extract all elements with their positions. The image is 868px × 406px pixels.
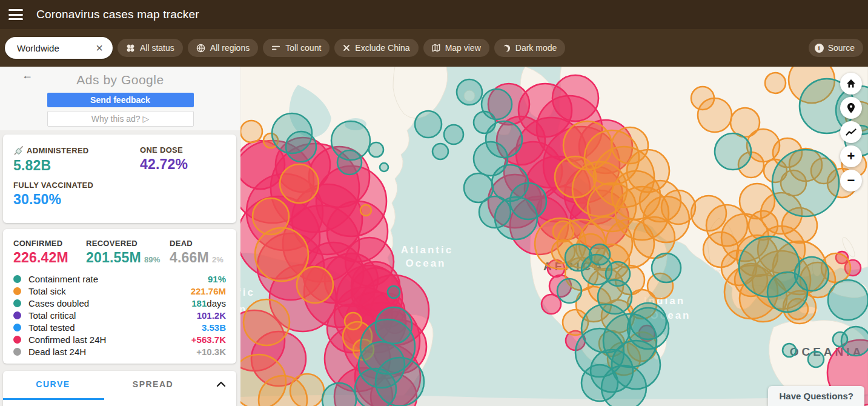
stats-row-label: Total critical	[28, 310, 76, 321]
stats-row: Confirmed last 24H+563.7K	[13, 333, 226, 345]
why-this-ad-button[interactable]: Why this ad? ▷	[47, 111, 194, 127]
orange-case-bubble[interactable]	[360, 205, 371, 216]
orange-case-bubble[interactable]	[555, 156, 596, 198]
chip-label: Dark mode	[515, 43, 557, 53]
orange-case-bubble[interactable]	[244, 299, 290, 345]
stats-row-value: +563.7K	[191, 334, 226, 345]
teal-case-bubble[interactable]	[841, 327, 868, 356]
clear-search-icon[interactable]: ×	[96, 42, 103, 54]
confirmed-label: CONFIRMED	[13, 239, 86, 248]
teal-case-bubble[interactable]	[628, 308, 669, 349]
tab-curve[interactable]: CURVE	[3, 379, 103, 389]
teal-case-bubble[interactable]	[783, 344, 796, 357]
pacific-ocean-label: Pacific	[240, 287, 255, 298]
pink-case-bubble[interactable]	[552, 75, 598, 121]
teal-case-bubble[interactable]	[376, 307, 412, 344]
teal-case-bubble[interactable]	[557, 279, 581, 303]
send-feedback-button[interactable]: Send feedback	[47, 93, 194, 107]
teal-case-bubble[interactable]	[652, 253, 681, 282]
teal-case-bubble[interactable]	[432, 144, 448, 159]
chip-label: All status	[140, 43, 174, 53]
teal-case-bubble[interactable]	[581, 365, 618, 401]
pink-case-bubble[interactable]	[542, 295, 561, 314]
collapse-chevron-icon[interactable]	[216, 381, 226, 387]
stats-row-value: 181	[191, 298, 207, 308]
orange-case-bubble[interactable]	[280, 164, 319, 203]
location-pin-icon	[846, 102, 856, 113]
filter-chip-all-regions[interactable]: All regions	[188, 39, 258, 57]
stats-row-value: 101.2K	[197, 310, 226, 321]
locate-button[interactable]	[840, 97, 862, 119]
teal-case-bubble[interactable]	[444, 125, 463, 144]
stats-row-value: +10.3K	[196, 347, 226, 357]
teal-case-bubble[interactable]	[795, 257, 829, 291]
orange-case-bubble[interactable]	[290, 374, 324, 406]
orange-case-bubble[interactable]	[553, 221, 574, 242]
zoom-in-button[interactable]: +	[840, 145, 862, 167]
stats-row: Total critical101.2K	[13, 309, 226, 321]
legend-dot-icon	[13, 336, 21, 344]
teal-case-bubble[interactable]	[415, 111, 442, 138]
teal-case-bubble[interactable]	[479, 196, 511, 228]
teal-case-bubble[interactable]	[286, 131, 316, 162]
stats-list: Containment rate91%Total sick221.76MCase…	[13, 273, 226, 358]
teal-case-bubble[interactable]	[589, 244, 610, 265]
teal-case-bubble[interactable]	[772, 150, 839, 216]
stats-row: Dead last 24H+10.3K	[13, 345, 226, 358]
orange-case-bubble[interactable]	[691, 87, 714, 110]
search-input[interactable]: Worldwide ×	[5, 37, 113, 59]
chip-label: Exclude China	[355, 43, 409, 53]
teal-case-bubble[interactable]	[388, 286, 400, 298]
orange-case-bubble[interactable]	[661, 190, 695, 224]
world-map[interactable]: Atlantic Ocean Pacific Ocean Indian Ocea…	[240, 67, 868, 406]
teal-case-bubble[interactable]	[457, 79, 482, 105]
filter-chip-dark-mode[interactable]: Dark mode	[494, 39, 565, 57]
administered-value: 5.82B	[13, 158, 140, 174]
filter-chip-all-status[interactable]: All status	[118, 39, 183, 57]
legend-dot-icon	[13, 287, 21, 295]
plus-icon: +	[847, 148, 855, 164]
zoom-out-button[interactable]: −	[840, 170, 862, 191]
orange-case-bubble[interactable]	[240, 121, 262, 142]
source-button[interactable]: i Source	[809, 39, 863, 57]
teal-case-bubble[interactable]	[474, 111, 495, 133]
stats-row-label: Dead last 24H	[28, 347, 86, 357]
orange-case-bubble[interactable]	[297, 267, 333, 303]
teal-case-bubble[interactable]	[369, 142, 383, 157]
ad-title: Ads by Google	[0, 67, 240, 87]
teal-case-bubble[interactable]	[715, 133, 751, 170]
tab-spread[interactable]: SPREAD	[103, 379, 203, 389]
teal-case-bubble[interactable]	[808, 351, 824, 367]
menu-icon[interactable]	[8, 9, 23, 20]
map-icon	[432, 44, 440, 52]
moon-icon	[503, 44, 511, 52]
teal-case-bubble[interactable]	[510, 183, 546, 219]
stats-row-label: Total sick	[28, 286, 66, 296]
teal-case-bubble[interactable]	[380, 163, 388, 171]
bandage-icon	[126, 44, 135, 53]
back-arrow-icon[interactable]: ←	[22, 69, 33, 82]
home-button[interactable]	[840, 73, 862, 95]
fully-vaccinated-label: FULLY VACCINATED	[13, 181, 140, 190]
filter-chip-toll-count[interactable]: Toll count	[263, 39, 330, 57]
filter-chip-exclude-china[interactable]: Exclude China	[334, 39, 418, 57]
stats-row: Total tested3.53B	[13, 321, 226, 333]
have-questions-button[interactable]: Have Questions?	[768, 386, 864, 406]
teal-case-bubble[interactable]	[828, 280, 868, 320]
teal-case-bubble[interactable]	[359, 342, 405, 388]
stats-row-value: 91%	[208, 274, 226, 284]
info-icon: i	[815, 44, 824, 53]
orange-case-bubble[interactable]	[765, 73, 786, 93]
orange-case-bubble[interactable]	[345, 313, 362, 330]
filter-chip-map-view[interactable]: Map view	[423, 39, 489, 57]
orange-case-bubble[interactable]	[612, 127, 648, 164]
trend-button[interactable]	[840, 121, 862, 143]
stats-row-value: 221.76M	[191, 286, 226, 296]
recovered-label: RECOVERED	[86, 239, 170, 248]
teal-case-bubble[interactable]	[606, 262, 630, 286]
globe-icon	[196, 44, 205, 53]
teal-case-bubble[interactable]	[337, 150, 362, 175]
trend-chart-icon	[846, 128, 856, 136]
administered-label: ADMINISTERED	[13, 145, 140, 156]
stats-row-value: 3.53B	[202, 322, 226, 333]
